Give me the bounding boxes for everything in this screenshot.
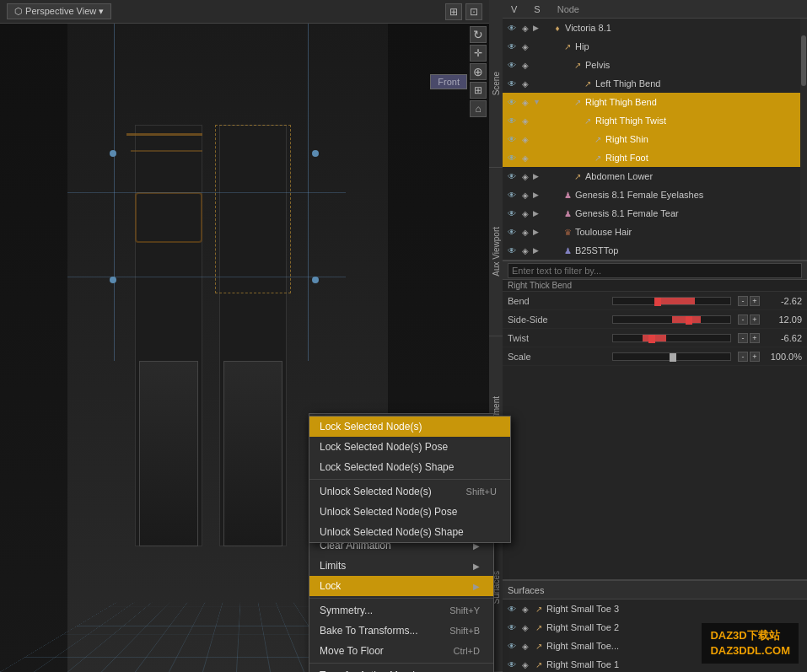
eye-icon: 👁 xyxy=(506,133,518,145)
eye-icon: 👁 xyxy=(506,621,518,633)
eye-icon: 👁 xyxy=(506,659,518,670)
tree-item-right-thigh-twist[interactable]: 👁 ◈ ↗ Right Thigh Twist xyxy=(503,111,807,130)
tree-label-hair: Toulouse Hair xyxy=(575,227,632,237)
perspective-view-btn[interactable]: ⬡ Perspective View ▾ xyxy=(7,3,111,19)
ctx-move-to-floor-shortcut: Ctrl+D xyxy=(454,646,480,656)
ctx-bake[interactable]: Bake To Transforms... Shift+B xyxy=(309,621,493,641)
param-minus-side[interactable]: - xyxy=(738,314,748,325)
unlock-selected-nodes-pose-label: Unlock Selected Node(s) Pose xyxy=(320,506,457,518)
tree-item-victoria[interactable]: 👁 ◈ ▶ ♦ Victoria 8.1 xyxy=(503,19,807,37)
aux-viewport-tab[interactable]: Aux Viewport xyxy=(489,168,503,336)
rotate-icon[interactable]: ↻ xyxy=(470,26,487,43)
surface-label-toe2: Right Small Toe 2 xyxy=(546,622,619,632)
eye-icon: 👁 xyxy=(506,189,518,201)
scene-scrollbar[interactable] xyxy=(800,19,807,260)
ctx-limits[interactable]: Limits ▶ xyxy=(309,556,493,576)
arrow-icon: ▶ xyxy=(533,246,541,255)
tree-item-hair[interactable]: 👁 ◈ ▶ ♛ Toulouse Hair xyxy=(503,223,807,241)
scene-tab[interactable]: Scene xyxy=(489,0,503,168)
viewport-icon-1[interactable]: ⊞ xyxy=(445,3,462,20)
scene-tab-label: Scene xyxy=(492,72,501,95)
lock-selected-nodes[interactable]: Lock Selected Node(s) xyxy=(309,417,510,437)
tree-item-eyelashes[interactable]: 👁 ◈ ▶ ♟ Genesis 8.1 Female Eyelashes xyxy=(503,185,807,204)
ctx-bake-label: Bake To Transforms... xyxy=(320,625,418,637)
param-slider-bend[interactable] xyxy=(612,297,731,305)
ctx-symmetry[interactable]: Symmetry... Shift+Y xyxy=(309,600,493,621)
arrow-icon: ▶ xyxy=(533,228,541,236)
ctx-bake-shortcut: Shift+B xyxy=(449,626,480,636)
lock-selected-nodes-shape[interactable]: Lock Selected Node(s) Shape xyxy=(309,457,510,477)
viewport-icon-2[interactable]: ⊡ xyxy=(465,3,482,20)
tree-item-left-thigh[interactable]: 👁 ◈ ↗ Left Thigh Bend xyxy=(503,74,807,93)
ctx-symmetry-label: Symmetry... xyxy=(320,605,373,616)
person-icon: ♦ xyxy=(551,22,563,34)
surface-item-toe3[interactable]: 👁 ◈ ↗ Right Small Toe 3 xyxy=(503,599,807,618)
param-value-side: 12.09 xyxy=(760,314,802,325)
eye-icon: 👁 xyxy=(506,40,518,52)
ctx-lock-label: Lock xyxy=(320,580,341,592)
tree-label-victoria: Victoria 8.1 xyxy=(565,23,611,33)
scene-panel-header: V S Node xyxy=(503,0,807,19)
eye-icon: 👁 xyxy=(506,245,518,256)
param-minus-scale[interactable]: - xyxy=(738,352,748,362)
vis-icon: ◈ xyxy=(519,189,531,201)
param-plus-bend[interactable]: + xyxy=(750,296,760,306)
param-minus-bend[interactable]: - xyxy=(738,296,748,306)
param-label-side: Side-Side xyxy=(508,314,609,325)
lock-selected-nodes-pose[interactable]: Lock Selected Node(s) Pose xyxy=(309,437,510,457)
tree-item-b25sttop[interactable]: 👁 ◈ ▶ ♟ B25STTop xyxy=(503,241,807,260)
param-row-scale: Scale - + 100.0% xyxy=(503,347,807,366)
tree-item-abdomen[interactable]: 👁 ◈ ▶ ↗ Abdomen Lower xyxy=(503,167,807,185)
bone-icon: ↗ xyxy=(533,621,545,633)
tab-s[interactable]: S xyxy=(530,3,543,16)
arrow-icon: ▼ xyxy=(533,98,541,106)
tree-label-eyelashes: Genesis 8.1 Female Eyelashes xyxy=(575,190,703,200)
param-slider-side[interactable] xyxy=(612,315,731,324)
lock-selected-nodes-shape-label: Lock Selected Node(s) Shape xyxy=(320,461,454,473)
vis-icon: ◈ xyxy=(519,640,531,652)
move-icon[interactable]: ✛ xyxy=(470,45,487,62)
ctx-arrow: ▶ xyxy=(473,582,480,591)
param-plus-side[interactable]: + xyxy=(750,314,760,325)
eye-icon: 👁 xyxy=(506,115,518,126)
bone-icon: ↗ xyxy=(572,59,584,71)
unlock-selected-nodes-pose[interactable]: Unlock Selected Node(s) Pose xyxy=(309,502,510,522)
param-plus-twist[interactable]: + xyxy=(750,333,760,343)
param-label-twist: Twist xyxy=(508,333,609,343)
unlock-selected-nodes[interactable]: Unlock Selected Node(s) Shift+U xyxy=(309,481,510,502)
param-row-side: Side-Side - + 12.09 xyxy=(503,310,807,329)
lock-selected-nodes-label: Lock Selected Node(s) xyxy=(320,421,422,433)
ctx-lock[interactable]: Lock ▶ xyxy=(309,576,493,596)
ctx-transfer-morphs[interactable]: Transfer Active Morphs xyxy=(309,665,493,672)
param-slider-twist[interactable] xyxy=(612,334,731,342)
home-icon[interactable]: ⌂ xyxy=(470,100,487,117)
lock-submenu: Lock Selected Node(s) Lock Selected Node… xyxy=(309,416,511,543)
viewport-toolbar: ⬡ Perspective View ▾ ⊞ ⊡ xyxy=(0,0,489,24)
param-plus-scale[interactable]: + xyxy=(750,352,760,362)
tree-item-hip[interactable]: 👁 ◈ ↗ Hip xyxy=(503,37,807,56)
vis-icon: ◈ xyxy=(519,603,531,615)
vis-icon: ◈ xyxy=(519,22,531,34)
tree-label-b25sttop: B25STTop xyxy=(575,245,618,255)
tree-item-tear[interactable]: 👁 ◈ ▶ ♟ Genesis 8.1 Female Tear xyxy=(503,204,807,223)
param-row-twist: Twist - + -6.62 xyxy=(503,329,807,347)
zoom-icon[interactable]: ⊕ xyxy=(470,63,487,80)
bone-icon: ↗ xyxy=(533,659,545,670)
fit-icon[interactable]: ⊞ xyxy=(470,82,487,99)
lock-selected-nodes-pose-label: Lock Selected Node(s) Pose xyxy=(320,441,448,453)
tab-v[interactable]: V xyxy=(508,3,520,16)
vis-icon: ◈ xyxy=(519,78,531,89)
ctx-move-to-floor[interactable]: Move To Floor Ctrl+D xyxy=(309,641,493,661)
tree-item-right-foot[interactable]: 👁 ◈ ↗ Right Foot xyxy=(503,148,807,167)
ctx-symmetry-shortcut: Shift+Y xyxy=(449,605,480,616)
param-slider-scale[interactable] xyxy=(612,352,731,361)
unlock-selected-nodes-shape[interactable]: Unlock Selected Node(s) Shape xyxy=(309,522,510,542)
tree-item-b25straps[interactable]: 👁 ◈ ▶ ♟ B25STThighStraps xyxy=(503,260,807,261)
tree-item-right-shin[interactable]: 👁 ◈ ↗ Right Shin xyxy=(503,130,807,148)
params-search-input[interactable] xyxy=(508,263,802,278)
vis-icon: ◈ xyxy=(519,133,531,145)
tree-item-right-thigh[interactable]: 👁 ◈ ▼ ↗ Right Thigh Bend xyxy=(503,93,807,111)
param-minus-twist[interactable]: - xyxy=(738,333,748,343)
vis-icon: ◈ xyxy=(519,659,531,670)
tree-item-pelvis[interactable]: 👁 ◈ ↗ Pelvis xyxy=(503,56,807,74)
